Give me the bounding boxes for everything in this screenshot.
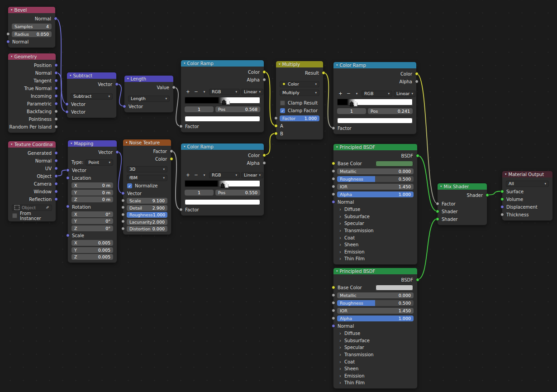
socket-value[interactable]: [6, 32, 10, 36]
ramp-options-button[interactable]: ▾: [201, 173, 208, 177]
socket-color_out[interactable]: [170, 157, 173, 161]
socket-color[interactable]: [332, 286, 335, 289]
node-length[interactable]: ▾LengthValueLength▾Vector: [124, 76, 173, 112]
socket-backfacing[interactable]: [54, 110, 58, 113]
collapsed-panel-thin-film[interactable]: ›Thin Film: [333, 255, 417, 263]
node-header[interactable]: ▾Noise Texture: [123, 139, 171, 146]
collapsed-panel-transmission[interactable]: ›Transmission: [333, 351, 417, 359]
remove-stop-button[interactable]: −: [193, 172, 200, 177]
value-field[interactable]: X0.005: [71, 240, 113, 246]
collapsed-panel-coat[interactable]: ›Coat: [333, 358, 417, 365]
stop-index-field[interactable]: 1: [337, 108, 366, 114]
socket-vec_out[interactable]: [115, 82, 119, 86]
color-swatch[interactable]: [337, 118, 413, 124]
socket-rotation[interactable]: [66, 205, 70, 208]
checkbox[interactable]: ✓: [280, 108, 285, 113]
node-multiply[interactable]: ▾MultiplyResultColor▾Multiply▾Clamp Resu…: [276, 61, 323, 139]
socket-value[interactable]: [121, 206, 125, 209]
color-swatch[interactable]: [376, 161, 414, 167]
checkbox[interactable]: ✓: [127, 183, 132, 188]
socket-result[interactable]: [322, 71, 325, 75]
socket-vec_in[interactable]: [123, 105, 126, 108]
collapsed-panel-emission[interactable]: ›Emission: [333, 249, 417, 256]
socket-value[interactable]: [332, 293, 335, 297]
socket-value[interactable]: [121, 213, 125, 216]
socket-object[interactable]: [54, 174, 58, 178]
value-field[interactable]: Y0°: [71, 218, 113, 224]
node-header[interactable]: ▾Multiply: [276, 61, 323, 67]
socket-bsdf[interactable]: [416, 154, 419, 158]
dropdown[interactable]: RGB▾: [362, 91, 392, 97]
dropdown[interactable]: Point▾: [86, 159, 113, 166]
checkbox[interactable]: [280, 100, 285, 105]
value-field[interactable]: Samples4: [12, 24, 52, 29]
value-field[interactable]: Metallic0.000: [337, 292, 414, 298]
socket-alpha[interactable]: [262, 78, 266, 81]
checkbox[interactable]: [12, 213, 17, 218]
value-field[interactable]: Y0 m: [71, 190, 113, 196]
node-header[interactable]: ▾Principled BSDF: [333, 144, 417, 150]
add-stop-button[interactable]: +: [185, 172, 191, 177]
socket-b[interactable]: [274, 132, 278, 135]
socket-value[interactable]: [332, 192, 335, 196]
value-field[interactable]: Distortion0.000: [127, 226, 167, 232]
dropdown[interactable]: 3D▾: [127, 166, 167, 172]
socket-a[interactable]: [274, 124, 278, 128]
socket-value[interactable]: [332, 177, 335, 181]
dropdown[interactable]: Color▾: [280, 81, 319, 87]
collapsed-panel-sheen[interactable]: ›Sheen: [333, 365, 417, 373]
collapsed-panel-subsurface[interactable]: ›Subsurface: [333, 337, 417, 344]
dropdown[interactable]: Subtract▾: [71, 93, 113, 100]
dropdown[interactable]: Length▾: [128, 96, 170, 102]
stop-position-field[interactable]: Pos0.550: [215, 190, 260, 196]
socket-thickness[interactable]: [500, 213, 504, 216]
dropdown[interactable]: All▾: [506, 181, 549, 187]
socket-shader2[interactable]: [436, 217, 439, 221]
stop-position-field[interactable]: Pos0.568: [215, 106, 260, 112]
color-swatch[interactable]: [185, 116, 260, 122]
socket-scale[interactable]: [66, 234, 70, 237]
socket-normal[interactable]: [54, 159, 58, 163]
collapsed-panel-thin-film[interactable]: ›Thin Film: [333, 379, 417, 387]
collapsed-panel-emission[interactable]: ›Emission: [333, 373, 417, 380]
socket-fac[interactable]: [332, 126, 335, 130]
dropdown[interactable]: fBM▾: [127, 175, 167, 181]
node-colorramp2[interactable]: ▾Color RampColorAlpha+−▾RGB▾Linear▾1Pos0…: [333, 62, 416, 134]
socket-value[interactable]: [121, 220, 125, 223]
socket-value[interactable]: [121, 227, 125, 230]
collapsed-panel-specular[interactable]: ›Specular: [333, 220, 417, 227]
node-noise[interactable]: ▾Noise TextureFactorColor3D▾fBM▾✓Normali…: [123, 139, 171, 234]
socket-reflection[interactable]: [54, 197, 58, 201]
value-field[interactable]: Z0.005: [71, 254, 113, 260]
dropdown[interactable]: Multiply▾: [280, 90, 319, 96]
socket-uv[interactable]: [54, 167, 58, 170]
object-picker-field[interactable]: Object✎: [12, 205, 52, 211]
socket-normal_in[interactable]: [6, 40, 10, 43]
socket-alpha[interactable]: [415, 80, 419, 83]
dropdown[interactable]: Linear▾: [394, 91, 416, 97]
socket-factor_out[interactable]: [170, 149, 173, 153]
socket-surface[interactable]: [500, 190, 504, 193]
dropdown[interactable]: RGB▾: [209, 172, 240, 178]
socket-window[interactable]: [54, 190, 58, 193]
value-field[interactable]: X0 m: [71, 182, 113, 188]
node-texcoord[interactable]: ▾Texture CoordinateGeneratedNormalUVObje…: [8, 141, 56, 221]
socket-normal[interactable]: [332, 324, 335, 328]
socket-normal[interactable]: [54, 71, 58, 75]
socket-value[interactable]: [121, 199, 125, 202]
node-editor-canvas[interactable]: ▾BevelNormalSamples4Radius0.050Normal▾Ge…: [0, 0, 557, 392]
socket-normal_out[interactable]: [54, 17, 57, 20]
dropdown[interactable]: Linear▾: [241, 172, 263, 178]
socket-random_per_island[interactable]: [54, 125, 58, 129]
socket-color[interactable]: [415, 72, 419, 76]
socket-vec_in[interactable]: [66, 168, 70, 172]
node-header[interactable]: ▾Mix Shader: [438, 183, 487, 190]
stop-index-field[interactable]: 1: [185, 190, 214, 196]
value-field[interactable]: IOR1.450: [337, 184, 414, 190]
socket-incoming[interactable]: [54, 94, 58, 98]
value-field[interactable]: Z0 m: [71, 196, 113, 202]
value-field[interactable]: IOR1.450: [337, 308, 414, 314]
node-geometry[interactable]: ▾GeometryPositionNormalTangentTrue Norma…: [8, 53, 56, 133]
remove-stop-button[interactable]: −: [193, 89, 200, 94]
collapsed-panel-diffuse[interactable]: ›Diffuse: [333, 206, 417, 213]
